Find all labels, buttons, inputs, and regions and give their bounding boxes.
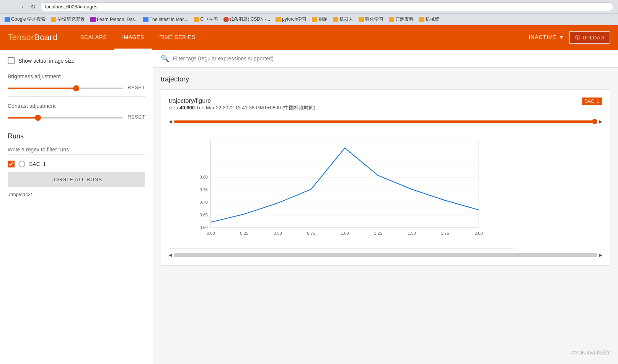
- address-bar[interactable]: localhost:6006/#images: [40, 2, 613, 11]
- bookmark-icon-pytorch: [276, 17, 281, 22]
- brightness-divider: [8, 96, 145, 97]
- brightness-row: RESET: [8, 84, 145, 90]
- main-layout: Show actual image size Brightness adjust…: [0, 50, 618, 364]
- inactive-status[interactable]: INACTIVE ▼: [529, 34, 564, 41]
- bookmark-cpp[interactable]: C++学习: [192, 15, 220, 23]
- watermark: CSDN @小师兄Y: [572, 349, 610, 356]
- timeline-slider[interactable]: [174, 120, 597, 123]
- scroll-track[interactable]: [174, 253, 597, 257]
- bookmark-python[interactable]: Learn Python, Dat...: [89, 16, 139, 23]
- step-label: step: [169, 105, 178, 110]
- tensorboard-header: TensorBoard SCALARS IMAGES TIME SERIES I…: [0, 25, 618, 50]
- runs-filter-input[interactable]: [8, 145, 145, 154]
- svg-text:0.25: 0.25: [240, 231, 248, 236]
- run-checkbox-sac1[interactable]: [8, 161, 15, 167]
- section-title: trajectory: [161, 75, 610, 83]
- bookmark-leet[interactable]: 刷题: [310, 15, 329, 23]
- svg-text:0.80: 0.80: [200, 175, 208, 179]
- show-image-label: Show actual image size: [18, 58, 75, 64]
- show-image-checkbox[interactable]: [8, 57, 15, 64]
- svg-text:1.75: 1.75: [441, 231, 449, 236]
- trajectory-chart: 0.60 0.65 0.70 0.75 0.80 0.00 0.25 0.50 …: [173, 136, 509, 243]
- card-left: trajectory/figure step 49,600 Tue Mar 22…: [169, 98, 315, 114]
- scroll-bar-row: ◀ ▶: [169, 252, 602, 258]
- bookmark-robotic[interactable]: 机械臂: [417, 15, 441, 23]
- content-area: trajectory trajectory/figure step 49,600…: [153, 68, 618, 281]
- status-label: INACTIVE: [529, 34, 557, 40]
- svg-text:1.50: 1.50: [408, 231, 416, 236]
- bookmark-icon-leet: [312, 17, 317, 22]
- dir-path: ./tmp/sac2/: [8, 192, 145, 197]
- nav-images[interactable]: IMAGES: [114, 25, 152, 50]
- contrast-reset-button[interactable]: RESET: [127, 114, 145, 120]
- bookmark-mac[interactable]: The latest in Mac...: [142, 16, 190, 23]
- runs-title: Runs: [8, 132, 145, 140]
- brightness-reset-button[interactable]: RESET: [127, 84, 145, 90]
- bookmark-csdn[interactable]: C (1条消息) CSDN -...: [222, 15, 272, 23]
- svg-text:0.60: 0.60: [200, 225, 208, 230]
- browser-bar: ← → ↻ localhost:6006/#images: [0, 0, 618, 14]
- svg-text:1.25: 1.25: [374, 231, 382, 236]
- svg-text:1.00: 1.00: [341, 231, 349, 236]
- contrast-row: RESET: [8, 114, 145, 120]
- upload-button[interactable]: ⓘ UPLOAD: [569, 31, 610, 44]
- timeline-right-arrow[interactable]: ▶: [599, 119, 602, 124]
- svg-text:0.00: 0.00: [207, 231, 215, 236]
- contrast-label: Contrast adjustment: [8, 103, 145, 109]
- scroll-right-arrow[interactable]: ▶: [599, 252, 602, 258]
- bookmark-opensource[interactable]: 开源资料: [387, 15, 415, 23]
- show-image-size-row: Show actual image size: [8, 57, 145, 64]
- step-date: Tue Mar 22 2022 13:41:38 GMT+0800 (中国标准时…: [196, 105, 315, 110]
- bookmark-google[interactable]: Google 学术搜索: [3, 15, 47, 23]
- svg-text:0.75: 0.75: [307, 231, 315, 236]
- runs-section: Runs SAC_1 TOGGLE ALL RUNS ./tmp/sac2/: [8, 132, 145, 197]
- main-content: 🔍 trajectory trajectory/figure step 49,6…: [153, 50, 618, 364]
- brightness-slider-container: [8, 84, 123, 90]
- scroll-left-arrow[interactable]: ◀: [169, 252, 172, 258]
- checkmark-icon: [9, 162, 13, 166]
- contrast-divider: [8, 126, 145, 126]
- bookmark-pytorch[interactable]: pytorch学习: [274, 15, 308, 23]
- run-color-dot-sac1[interactable]: [18, 161, 25, 167]
- header-right: INACTIVE ▼ ⓘ UPLOAD: [529, 31, 610, 44]
- bookmark-rl[interactable]: 强化学习: [357, 15, 385, 23]
- run-item-sac1: SAC_1: [8, 161, 145, 167]
- nav-time-series[interactable]: TIME SERIES: [152, 25, 203, 50]
- timeline-left-arrow[interactable]: ◀: [169, 119, 172, 124]
- bookmark-icon-rl: [359, 17, 364, 22]
- contrast-slider[interactable]: [8, 117, 123, 119]
- filter-input[interactable]: [173, 55, 610, 62]
- dropdown-arrow-icon: ▼: [559, 34, 564, 40]
- back-button[interactable]: ←: [5, 3, 14, 11]
- bookmark-icon-google: [5, 17, 10, 22]
- svg-text:2.00: 2.00: [475, 231, 483, 236]
- sidebar: Show actual image size Brightness adjust…: [0, 50, 153, 364]
- svg-rect-0: [211, 140, 479, 228]
- run-name-sac1: SAC_1: [29, 161, 46, 167]
- toggle-all-runs-button[interactable]: TOGGLE ALL RUNS: [8, 172, 145, 187]
- brightness-slider[interactable]: [8, 88, 123, 89]
- nav-scalars[interactable]: SCALARS: [73, 25, 114, 50]
- svg-text:0.50: 0.50: [274, 231, 282, 236]
- tensorboard-logo: TensorBoard: [8, 32, 57, 42]
- trajectory-card: trajectory/figure step 49,600 Tue Mar 22…: [161, 89, 610, 266]
- card-header: trajectory/figure step 49,600 Tue Mar 22…: [169, 98, 602, 114]
- forward-button[interactable]: →: [17, 3, 26, 11]
- filter-bar: 🔍: [153, 50, 618, 68]
- bookmark-icon-biye: [51, 17, 56, 22]
- bookmark-robot[interactable]: 机器人: [331, 15, 355, 23]
- bookmark-biyestudy[interactable]: 毕设研究背景: [49, 15, 86, 23]
- bookmark-icon-cpp: [194, 17, 199, 22]
- bookmark-icon-robotic: [419, 17, 424, 22]
- upload-label: UPLOAD: [583, 35, 604, 41]
- card-step: step 49,600 Tue Mar 22 2022 13:41:38 GMT…: [169, 104, 315, 111]
- card-title: trajectory/figure: [169, 98, 315, 104]
- bookmark-icon-robot: [333, 17, 338, 22]
- reload-button[interactable]: ↻: [29, 2, 37, 11]
- timeline-row: ◀ ▶: [169, 119, 602, 124]
- chart-container: 0.60 0.65 0.70 0.75 0.80 0.00 0.25 0.50 …: [169, 132, 513, 249]
- svg-text:0.65: 0.65: [200, 213, 208, 217]
- info-icon: ⓘ: [575, 34, 580, 41]
- bookmark-bar: Google 学术搜索 毕设研究背景 Learn Python, Dat... …: [0, 14, 618, 25]
- bookmark-icon-mac: [143, 17, 148, 22]
